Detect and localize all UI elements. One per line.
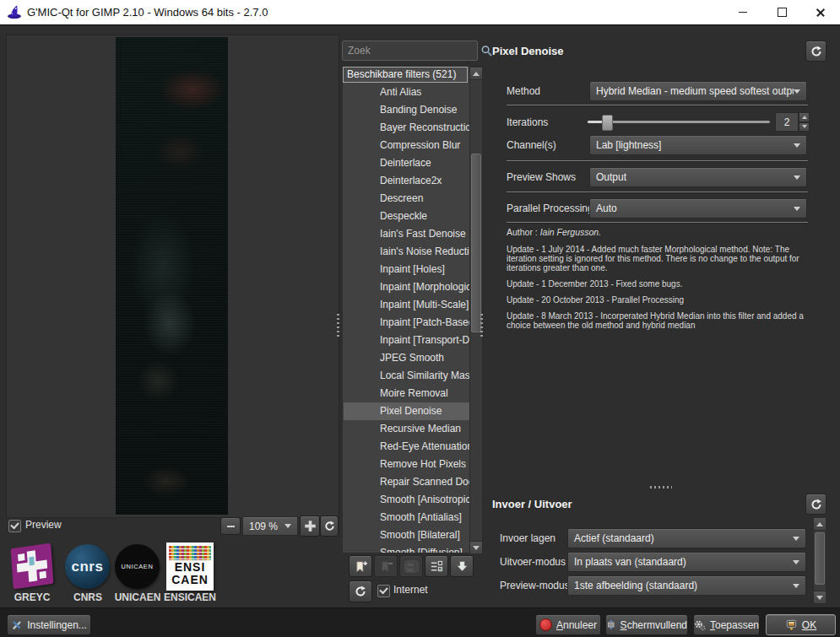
titlebar: G'MIC-Qt for GIMP 2.10 - Windows 64 bits… — [0, 0, 840, 25]
filter-item[interactable]: Moire Removal — [344, 385, 469, 402]
search-input[interactable] — [343, 44, 480, 57]
channels-select[interactable]: Lab [lightness] — [589, 135, 807, 155]
right-splitter-handle[interactable] — [480, 314, 483, 337]
update-note: Update - 8 March 2013 - Incorperated Hyb… — [507, 311, 821, 330]
cancel-label: Annuleer — [556, 619, 597, 631]
filter-item[interactable]: Iain's Noise Reduction — [344, 243, 469, 261]
greyc-label: GREYC — [7, 591, 57, 603]
scrollbar-thumb[interactable] — [815, 532, 825, 585]
internet-checkbox[interactable] — [377, 585, 390, 597]
scroll-down-button[interactable] — [814, 591, 826, 603]
filter-item[interactable]: Inpaint [Holes] — [344, 261, 469, 278]
chevron-down-icon — [794, 89, 800, 94]
filter-item[interactable]: Smooth [Anisotropic] — [344, 491, 469, 509]
tools-icon — [11, 619, 23, 631]
filter-item[interactable]: Recursive Median — [344, 420, 469, 438]
minimize-button[interactable] — [723, 0, 762, 24]
arrow-up-icon — [473, 72, 480, 76]
arrow-down-icon — [473, 546, 480, 550]
cnrs-label: CNRS — [63, 591, 112, 603]
filter-item[interactable]: Remove Hot Pixels — [344, 456, 469, 473]
scroll-up-button[interactable] — [470, 67, 482, 80]
filter-item[interactable]: Inpaint [Patch-Based] — [344, 314, 469, 332]
io-splitter-handle[interactable] — [650, 486, 672, 489]
filter-item[interactable]: Inpaint [Transport-Di — [344, 332, 469, 349]
iterations-value[interactable]: 2 — [775, 112, 799, 132]
method-select[interactable]: Hybrid Median - medium speed softest out… — [589, 81, 807, 101]
filter-item[interactable]: Inpaint [Multi-Scale] — [344, 296, 469, 314]
scroll-down-button[interactable] — [470, 541, 482, 553]
iterations-slider[interactable] — [588, 121, 770, 123]
rename-fave-button[interactable]: Abc Def — [399, 555, 423, 577]
update-filters-button[interactable] — [450, 555, 474, 577]
filter-item[interactable]: Repair Scanned Docu — [344, 473, 469, 491]
left-splitter-handle[interactable] — [337, 314, 339, 337]
add-fave-button[interactable] — [349, 555, 372, 577]
filter-list-scrollbar[interactable] — [469, 67, 483, 554]
author-line: Author : Iain Fergusson. — [507, 227, 821, 237]
preview-pane[interactable] — [6, 35, 339, 518]
separator — [507, 105, 808, 105]
spin-up-button[interactable] — [799, 112, 810, 122]
scroll-up-button[interactable] — [814, 518, 826, 531]
apply-label: Toepassen — [710, 619, 759, 631]
filter-item[interactable]: Smooth [Bilateral] — [344, 526, 469, 544]
scrollbar-thumb[interactable] — [471, 154, 481, 332]
filter-item[interactable]: Banding Denoise — [344, 101, 469, 119]
io-scrollbar[interactable] — [813, 517, 826, 604]
close-button[interactable] — [801, 0, 840, 24]
greyc-logo — [11, 543, 54, 590]
parallel-select[interactable]: Auto — [589, 198, 807, 219]
filter-item[interactable]: Deinterlace — [344, 154, 469, 172]
filter-item[interactable]: Red-Eye Attenuation — [344, 438, 469, 456]
plus-icon — [305, 521, 316, 532]
window-title: G'MIC-Qt for GIMP 2.10 - Windows 64 bits… — [27, 0, 268, 24]
filter-item[interactable]: Local Similarity Mask — [344, 367, 469, 385]
maximize-button[interactable] — [762, 0, 801, 24]
preview-checkbox[interactable] — [8, 520, 21, 532]
filter-item[interactable]: JPEG Smooth — [344, 349, 469, 367]
apply-button[interactable]: Toepassen — [693, 614, 760, 635]
refresh-icon — [810, 499, 822, 510]
filter-item[interactable]: Deinterlace2x — [344, 172, 469, 190]
input-layers-select[interactable]: Actief (standaard) — [567, 528, 806, 548]
filter-visibility-button[interactable] — [425, 555, 448, 577]
preview-mode-select[interactable]: 1ste afbeelding (standaard) — [567, 575, 806, 596]
rename-icon: Abc Def — [404, 560, 419, 573]
refresh-filters-button[interactable] — [349, 580, 372, 602]
reset-filter-button[interactable] — [805, 40, 826, 62]
fullscreen-button[interactable]: Schermvullend — [605, 614, 688, 635]
internet-label: Internet — [393, 584, 428, 596]
reset-zoom-button[interactable] — [320, 516, 339, 537]
filter-item[interactable]: Anti Alias — [344, 84, 469, 101]
filter-item[interactable]: Smooth [Antialias] — [344, 509, 469, 526]
zoom-level-select[interactable]: 109 % — [242, 516, 298, 536]
ok-button[interactable]: OK — [766, 614, 836, 635]
output-mode-select[interactable]: In plaats van (standaard) — [567, 552, 806, 572]
filter-item[interactable]: Bayer Reconstruction — [344, 119, 469, 137]
filter-item[interactable]: Inpaint [Morphologica — [344, 278, 469, 296]
preview-shows-label: Preview Shows — [507, 171, 576, 183]
zoom-in-button[interactable] — [300, 516, 320, 537]
filter-item[interactable]: Compression Blur — [344, 137, 469, 154]
chevron-down-icon — [285, 524, 291, 528]
cancel-icon — [539, 618, 552, 631]
iterations-slider-thumb[interactable] — [602, 115, 613, 131]
filter-item[interactable]: Iain's Fast Denoise — [344, 225, 469, 243]
filter-item[interactable]: Despeckle — [344, 208, 469, 225]
settings-button[interactable]: Instellingen... — [7, 614, 91, 635]
filter-item[interactable]: Smooth [Diffusion] — [344, 544, 469, 553]
arrow-down-icon — [816, 596, 823, 600]
preview-shows-select[interactable]: Output — [589, 167, 807, 187]
reset-io-button[interactable] — [805, 494, 826, 515]
preview-image[interactable] — [116, 37, 228, 515]
zoom-out-button[interactable] — [220, 517, 241, 535]
io-title: Invoer / Uitvoer — [492, 498, 572, 510]
filter-item-pixel-denoise[interactable]: Pixel Denoise — [344, 402, 469, 420]
filter-list: Anti Alias Banding Denoise Bayer Reconst… — [344, 84, 469, 553]
spin-down-button[interactable] — [799, 122, 810, 132]
filter-item[interactable]: Descreen — [344, 190, 469, 208]
remove-fave-button[interactable] — [374, 555, 398, 577]
filters-header[interactable]: Beschikbare filters (521) — [343, 67, 468, 83]
cancel-button[interactable]: Annuleer — [535, 614, 601, 635]
